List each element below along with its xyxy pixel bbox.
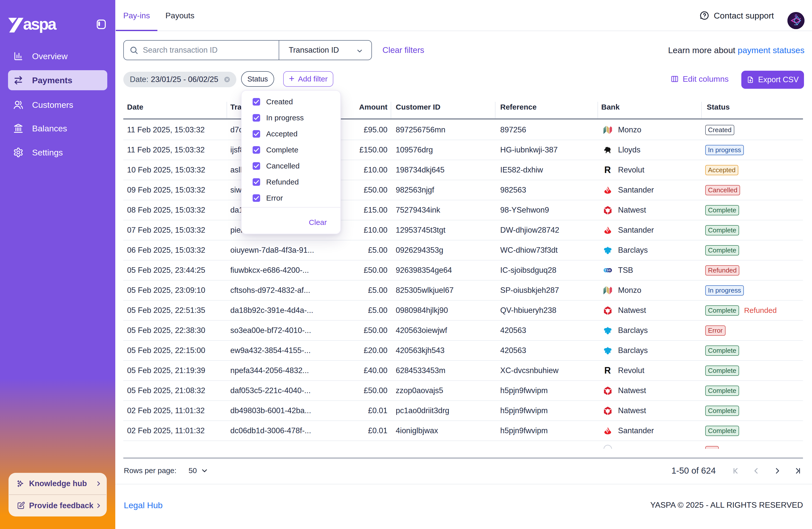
svg-text:R: R [604, 366, 611, 375]
svg-text:R: R [604, 166, 611, 174]
svg-text:S: S [607, 269, 609, 272]
svg-text:T: T [605, 269, 607, 272]
svg-text:aspa: aspa [23, 17, 57, 33]
svg-text:B: B [609, 269, 611, 272]
